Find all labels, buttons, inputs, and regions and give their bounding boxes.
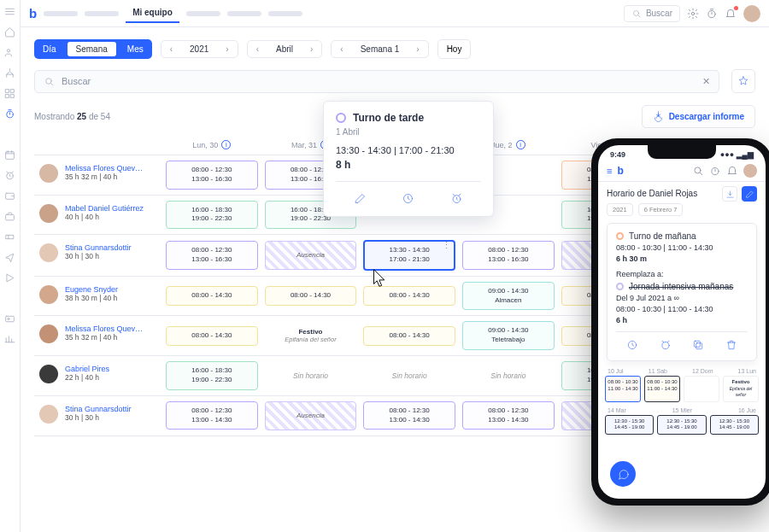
shift-cell[interactable]: ⋮13:30 - 14:3017:00 - 21:30 [363, 240, 455, 271]
clear-icon[interactable]: ✕ [702, 76, 710, 87]
shift-cell[interactable]: 08:00 - 14:30 [363, 286, 455, 306]
clock-icon[interactable] [626, 339, 638, 353]
person-cell[interactable]: Stina Gunnarsdottir 30 h | 30 h [34, 235, 162, 276]
range-week[interactable]: Semana [68, 42, 116, 56]
analytics-icon[interactable] [4, 333, 16, 345]
chevron-left-icon[interactable]: ‹ [332, 41, 351, 57]
stopwatch-icon[interactable] [4, 108, 16, 120]
person-cell[interactable]: Melissa Flores Quev… 35 h 32 m | 40 h [34, 155, 162, 195]
chevron-right-icon[interactable]: › [408, 41, 427, 57]
table-search[interactable]: Buscar ✕ [34, 70, 719, 93]
year-label[interactable]: 2021 [181, 41, 217, 57]
shift-cell[interactable]: 08:00 - 12:3013:00 - 14:30 [166, 401, 258, 430]
shift-cell[interactable]: 08:00 - 12:3013:00 - 14:30 [363, 401, 455, 430]
trash-icon[interactable] [725, 339, 737, 353]
people-icon[interactable] [4, 46, 16, 58]
shift-cell[interactable]: 08:00 - 12:3013:00 - 16:30 [166, 161, 258, 190]
info-icon[interactable]: i [516, 140, 525, 149]
shift-cell[interactable]: 08:00 - 14:30 [166, 326, 258, 346]
info-icon[interactable]: i [221, 140, 231, 149]
shift-cell[interactable]: 16:00 - 18:3019:00 - 22:30 [166, 361, 258, 390]
alarm-icon[interactable] [660, 339, 672, 353]
hr-icon[interactable] [4, 313, 16, 324]
mobile-chat-fab[interactable] [610, 461, 636, 487]
edit-icon[interactable] [352, 190, 367, 206]
chevron-right-icon[interactable]: › [217, 41, 237, 57]
bell-icon[interactable] [725, 8, 737, 20]
global-search[interactable]: Buscar [624, 5, 680, 22]
chevron-left-icon[interactable]: ‹ [161, 41, 181, 57]
absence-cell[interactable]: Ausencia [265, 401, 357, 430]
nav-placeholder[interactable] [85, 11, 119, 16]
shift-cell[interactable]: 09:00 - 14:30Teletrabajo [462, 321, 555, 350]
timer-icon[interactable] [706, 8, 718, 20]
week-label[interactable]: Semana 1 [352, 41, 408, 57]
shift-cell[interactable]: 08:00 - 14:30 [166, 286, 258, 306]
shift-cell[interactable]: 08:00 - 12:3013:00 - 16:30 [462, 241, 555, 270]
alarm-icon[interactable] [449, 190, 465, 206]
clock-icon[interactable] [401, 190, 416, 206]
absence-cell[interactable]: Ausencia [265, 241, 357, 270]
home-icon[interactable] [4, 26, 16, 38]
mobile-cell[interactable] [684, 376, 719, 402]
kebab-icon[interactable]: ⋮ [442, 243, 451, 247]
nav-placeholder[interactable] [186, 11, 220, 16]
favorite-button[interactable] [731, 69, 755, 93]
wallet-icon[interactable] [4, 190, 16, 202]
person-cell[interactable]: Melissa Flores Quev… 35 h 32 m | 40 h [34, 316, 162, 355]
nav-placeholder[interactable] [44, 11, 78, 16]
shift-cell[interactable]: 16:00 - 18:3019:00 - 22:30 [166, 201, 258, 230]
gear-icon[interactable] [687, 8, 699, 20]
mobile-tab[interactable]: 6 Febrero 7 [638, 203, 684, 216]
chevron-right-icon[interactable]: › [302, 41, 321, 57]
bell-icon[interactable] [726, 165, 738, 177]
calendar-icon[interactable] [4, 149, 16, 161]
user-avatar[interactable] [743, 5, 760, 22]
menu-icon[interactable] [4, 5, 16, 17]
send-icon[interactable] [4, 251, 16, 263]
grid-icon[interactable] [4, 87, 16, 99]
month-label[interactable]: Abril [267, 41, 302, 57]
person-cell[interactable]: Mabel Daniel Gutiérrez 40 h | 40 h [34, 196, 162, 235]
shift-cell[interactable]: 09:00 - 14:30Almacen [462, 282, 555, 311]
shift-cell[interactable]: 08:00 - 12:3013:00 - 14:30 [462, 401, 555, 430]
shift-cell[interactable]: 08:00 - 12:3013:00 - 16:30 [166, 241, 258, 270]
shift-cell[interactable]: 08:00 - 14:30 [265, 286, 357, 306]
nav-placeholder[interactable] [268, 11, 302, 16]
download-report-button[interactable]: Descargar informe [642, 105, 755, 128]
user-avatar[interactable] [743, 164, 757, 178]
day-header: Lun, 30i [162, 135, 261, 155]
person-cell[interactable]: Stina Gunnarsdottir 30 h | 30 h [34, 396, 162, 436]
alarm-icon[interactable] [4, 169, 16, 181]
mobile-tab[interactable]: 2021 [607, 203, 633, 216]
range-day[interactable]: Día [34, 39, 65, 59]
mobile-shift-cell[interactable]: 08:00 - 10:3011:00 - 14:30 [605, 376, 641, 402]
today-button[interactable]: Hoy [437, 39, 472, 59]
menu-icon[interactable]: ≡ [607, 166, 612, 176]
mobile-shift-cell[interactable]: 12:30 - 15:3014:45 - 19:00 [710, 415, 759, 435]
result-count: Mostrando 25 de 54 [34, 112, 110, 121]
nav-active-tab[interactable]: Mi equipo [126, 3, 179, 23]
org-icon[interactable] [4, 67, 16, 79]
mobile-shift-cell[interactable]: 12:30 - 15:3014:45 - 19:00 [657, 415, 706, 435]
chevron-left-icon[interactable]: ‹ [248, 41, 267, 57]
play-icon[interactable] [4, 272, 16, 284]
person-cell[interactable]: Gabriel Pires 22 h | 40 h [34, 356, 162, 395]
shift-color-ring-icon [336, 113, 346, 123]
table-search-placeholder: Buscar [62, 76, 91, 86]
mobile-shift-cell[interactable]: 12:30 - 15:3014:45 - 19:00 [605, 415, 654, 435]
shift-cell[interactable]: 08:00 - 14:30 [363, 326, 455, 346]
copy-icon[interactable] [692, 339, 704, 353]
svg-rect-1 [6, 89, 9, 92]
briefcase-icon[interactable] [4, 210, 16, 222]
mobile-download-button[interactable] [722, 186, 737, 202]
mobile-edit-button[interactable] [742, 186, 757, 202]
person-cell[interactable]: Eugene Snyder 38 h 30 m | 40 h [34, 277, 162, 316]
search-icon[interactable] [692, 165, 704, 177]
range-month[interactable]: Mes [119, 39, 152, 59]
nav-placeholder[interactable] [227, 11, 261, 16]
mobile-holiday-cell[interactable]: FestivoEpifanía del señor [723, 376, 759, 402]
mobile-shift-cell[interactable]: 08:00 - 10:3011:00 - 14:30 [644, 376, 680, 402]
ticket-icon[interactable] [4, 231, 16, 243]
timer-icon[interactable] [709, 165, 721, 177]
